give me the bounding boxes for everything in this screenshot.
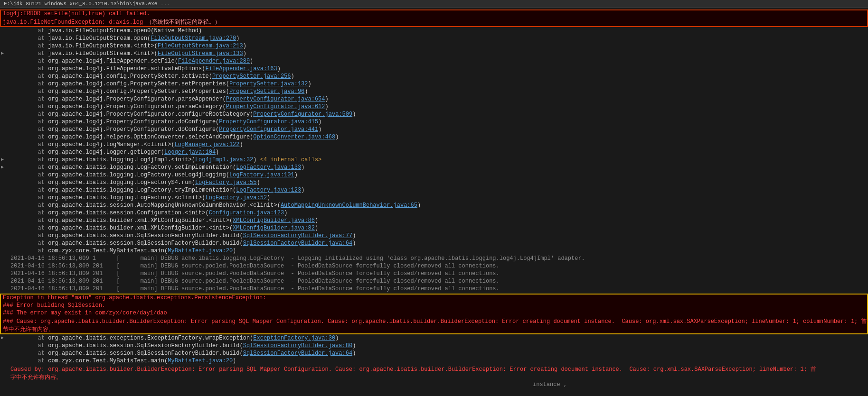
stack-line-20: at org.apache.ibatis.logging.LogFactory$… <box>0 179 868 187</box>
stack-line-29: at com.zyx.core.Test.MyBatisTest.main(My… <box>0 248 868 255</box>
terminal-window[interactable]: F:\jdk-8u121-windows-x64_8.0.1210.13\bin… <box>0 0 868 396</box>
stack-line-6: at org.apache.log4j.FileAppender.activat… <box>0 65 868 73</box>
title-dots: ... <box>160 1 170 7</box>
stack2-line-3: at org.apache.ibatis.session.SqlSessionF… <box>0 350 868 358</box>
instance-line: instance , <box>0 381 868 389</box>
stack-line-18: ▶ at org.apache.ibatis.logging.LogFactor… <box>0 164 868 172</box>
debug-line-5: 2021-04-16 18:56:13,809 201 [ main] DEBU… <box>0 285 868 293</box>
stack-line-12: at org.apache.log4j.PropertyConfigurator… <box>0 111 868 119</box>
error-section-bottom: Exception in thread "main" org.apache.ib… <box>0 294 868 334</box>
stack-line-10: at org.apache.log4j.PropertyConfigurator… <box>0 96 868 103</box>
stack-line-22: at org.apache.ibatis.logging.LogFactory.… <box>0 194 868 202</box>
exception-line-3: ### The error may exist in com/zyx/core/… <box>1 310 867 317</box>
exception-line-1: Exception in thread "main" org.apache.ib… <box>1 295 867 302</box>
debug-line-1: 2021-04-16 18:56:13,609 1 [ main] DEBUG … <box>0 255 868 263</box>
stack-line-17: at org.apache.log4j.Logger.getLogger(Log… <box>0 149 868 157</box>
stack-line-7: at org.apache.log4j.config.PropertySette… <box>0 73 868 81</box>
stack-line-28: at org.apache.ibatis.session.SqlSessionF… <box>0 240 868 248</box>
stack-line-9: at org.apache.log4j.config.PropertySette… <box>0 88 868 96</box>
stack-line-8: at org.apache.log4j.config.PropertySette… <box>0 81 868 88</box>
caused-by-line: Caused by: org.apache.ibatis.builder.Bui… <box>0 365 868 373</box>
error-line-1: log4j:ERROR setFile(null,true) call fail… <box>1 10 867 18</box>
debug-line-2: 2021-04-16 18:56:13,809 201 [ main] DEBU… <box>0 263 868 270</box>
caused-by-line-2: 字中不允许有内容。 <box>0 373 868 381</box>
stack-line-2: at java.io.FileOutputStream.open(FileOut… <box>0 35 868 43</box>
exception-line-2: ### Error building SqlSession. <box>1 302 867 310</box>
debug-line-4: 2021-04-16 18:56:13,809 201 [ main] DEBU… <box>0 278 868 285</box>
stack-line-internal: ▶ at org.apache.ibatis.logging.Log4jImpl… <box>0 157 868 164</box>
stack-line-13: at org.apache.log4j.PropertyConfigurator… <box>0 119 868 126</box>
stack-line-25: at org.apache.ibatis.builder.xml.XMLConf… <box>0 217 868 225</box>
stack-line-4: ▶ at java.io.FileOutputStream.<init>(Fil… <box>0 50 868 58</box>
stack-line-11: at org.apache.log4j.PropertyConfigurator… <box>0 103 868 111</box>
stack-line-23: at org.apache.ibatis.session.AutoMapping… <box>0 202 868 210</box>
error-line-2: java.io.FileNotFoundException: d:axis.lo… <box>1 18 867 26</box>
stack-line-1: at java.io.FileOutputStream.open0(Native… <box>0 28 868 35</box>
title-bar: F:\jdk-8u121-windows-x64_8.0.1210.13\bin… <box>0 0 868 8</box>
stack-line-24: at org.apache.ibatis.session.Configurati… <box>0 210 868 217</box>
exception-line-4: ### Cause: org.apache.ibatis.builder.Bui… <box>1 317 867 325</box>
title-text: F:\jdk-8u121-windows-x64_8.0.1210.13\bin… <box>4 1 157 7</box>
stack-line-26: at org.apache.ibatis.builder.xml.XMLConf… <box>0 225 868 232</box>
stack-line-5: at org.apache.log4j.FileAppender.setFile… <box>0 58 868 65</box>
stack2-line-4: at com.zyx.core.Test.MyBatisTest.main(My… <box>0 358 868 365</box>
debug-line-3: 2021-04-16 18:56:13,809 201 [ main] DEBU… <box>0 270 868 278</box>
stack2-line-1: ▶ at org.apache.ibatis.exceptions.Except… <box>0 335 868 342</box>
stack-line-19: at org.apache.ibatis.logging.LogFactory.… <box>0 172 868 179</box>
stack-line-21: at org.apache.ibatis.logging.LogFactory.… <box>0 187 868 194</box>
stack-line-16: at org.apache.log4j.LogManager.<clinit>(… <box>0 141 868 149</box>
stack2-line-2: at org.apache.ibatis.session.SqlSessionF… <box>0 342 868 350</box>
stack-line-3: at java.io.FileOutputStream.<init>(FileO… <box>0 43 868 50</box>
console-content: log4j:ERROR setFile(null,true) call fail… <box>0 8 868 390</box>
stack-line-15: at org.apache.log4j.helpers.OptionConver… <box>0 134 868 141</box>
stack-line-14: at org.apache.log4j.PropertyConfigurator… <box>0 126 868 134</box>
exception-line-5: 节中不允许有内容。 <box>1 325 867 333</box>
error-section-top: log4j:ERROR setFile(null,true) call fail… <box>0 9 868 27</box>
stack-line-27: at org.apache.ibatis.session.SqlSessionF… <box>0 232 868 240</box>
